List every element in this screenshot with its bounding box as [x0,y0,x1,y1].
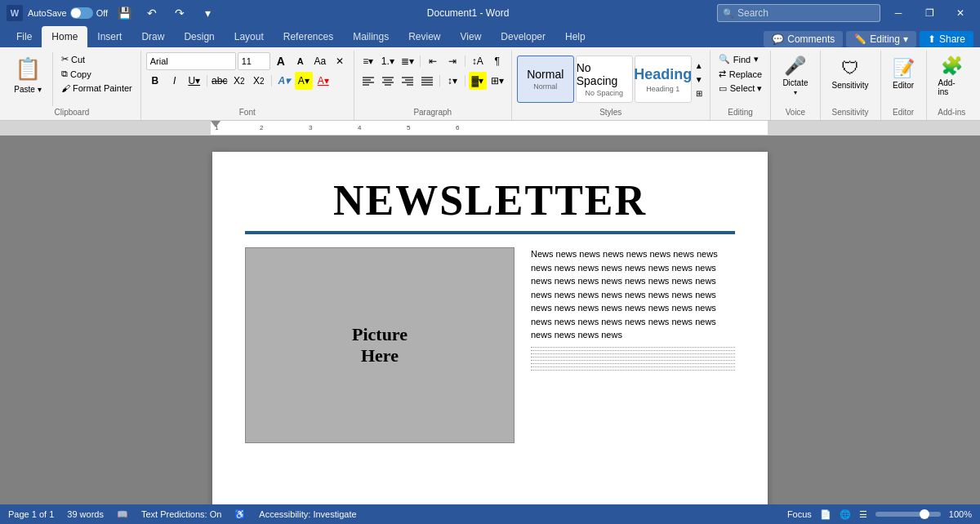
tab-references[interactable]: References [274,26,343,47]
ruler-content[interactable]: 1 2 3 4 5 6 [211,121,768,135]
font-color-button[interactable]: A▾ [314,72,332,90]
font-shrink-button[interactable]: A [292,52,310,70]
restore-button[interactable]: ❐ [916,0,942,26]
font-grow-button[interactable]: A [272,52,290,70]
minimize-button[interactable]: ─ [885,0,911,26]
zoom-bar[interactable] [875,512,941,517]
cut-button[interactable]: ✂ Cut [58,52,136,66]
font-case-button[interactable]: Aa [311,52,329,70]
tab-review[interactable]: Review [399,26,450,47]
editing-button[interactable]: ✏️ Editing ▾ [846,31,916,47]
styles-expand[interactable]: ⊞ [693,87,705,100]
increase-indent-button[interactable]: ⇥ [443,52,461,70]
view-print-icon[interactable]: 📄 [820,509,831,520]
para-sep-2 [465,56,466,67]
strikethrough-button[interactable]: abc [211,72,229,90]
search-input[interactable] [717,4,880,22]
redo-button[interactable]: ↷ [168,2,191,24]
tab-draw[interactable]: Draw [131,26,174,47]
font-row-2: B I U▾ abc X2 X2 A▾ A▾ A▾ [146,72,332,90]
focus-label[interactable]: Focus [787,509,812,519]
news-text-column[interactable]: News news news news news news news news … [531,247,735,443]
editing-label: Editing [715,106,766,118]
tab-insert[interactable]: Insert [87,26,131,47]
line-spacing-button[interactable]: ↕▾ [443,72,461,90]
font-size-input[interactable] [238,52,270,70]
view-web-icon[interactable]: 🌐 [840,509,851,520]
dictate-button[interactable]: 🎤 Dictate ▾ [776,52,814,100]
view-outline-icon[interactable]: ☰ [859,509,867,520]
sensitivity-button[interactable]: 🛡 Sensitivity [826,52,875,95]
zoom-level[interactable]: 100% [949,509,972,519]
style-normal[interactable]: Normal Normal [517,56,574,103]
shading-button[interactable]: ▓▾ [469,72,487,90]
find-button[interactable]: 🔍 Find ▾ [715,52,762,66]
editor-button[interactable]: 📝 Editor [886,52,921,95]
show-marks-button[interactable]: ¶ [488,52,506,70]
zoom-thumb[interactable] [920,509,929,519]
dotted-line-5 [531,360,735,361]
text-predictions-label[interactable]: Text Predictions: On [141,509,221,519]
accessibility-label[interactable]: Accessibility: Investigate [259,509,356,519]
text-effects-button[interactable]: A▾ [275,72,293,90]
style-heading1[interactable]: Heading Heading 1 [635,56,692,103]
decrease-indent-button[interactable]: ⇤ [424,52,442,70]
document-area[interactable]: NEWSLETTER Picture Here News news news n… [0,135,980,504]
superscript-button[interactable]: X2 [250,72,268,90]
styles-scroll-up[interactable]: ▲ [693,59,705,72]
news-text[interactable]: News news news news news news news news … [531,247,735,342]
ribbon-tabs: File Home Insert Draw Design Layout Refe… [0,26,980,47]
underline-button[interactable]: U▾ [185,72,203,90]
sort-button[interactable]: ↕A [469,52,487,70]
style-no-spacing[interactable]: No Spacing No Spacing [576,56,633,103]
newsletter-title[interactable]: NEWSLETTER [245,176,735,224]
title-bar-right: 🔍 ─ ❐ ✕ [717,0,973,26]
format-painter-button[interactable]: 🖌 Format Painter [58,82,136,95]
italic-button[interactable]: I [166,72,184,90]
tab-design[interactable]: Design [174,26,224,47]
subscript-button[interactable]: X2 [230,72,248,90]
replace-button[interactable]: ⇄ Replace [715,67,765,81]
copy-button[interactable]: ⧉ Copy [58,67,136,81]
align-justify-button[interactable] [418,72,436,90]
share-button[interactable]: ⬆ Share [920,31,973,47]
tab-layout[interactable]: Layout [225,26,274,47]
picture-placeholder[interactable]: Picture Here [245,247,514,443]
borders-button[interactable]: ⊞▾ [488,72,506,90]
customize-button[interactable]: ▾ [196,2,219,24]
bold-button[interactable]: B [146,72,164,90]
select-button[interactable]: ▭ Select ▾ [715,82,766,95]
tab-view[interactable]: View [451,26,492,47]
tab-help[interactable]: Help [555,26,595,47]
style-normal-preview: Normal [527,68,564,81]
highlight-button[interactable]: A▾ [295,72,313,90]
page-info[interactable]: Page 1 of 1 [8,509,54,519]
tab-mailings[interactable]: Mailings [343,26,399,47]
autosave-area[interactable]: AutoSave Off [28,7,108,19]
addins-button[interactable]: 🧩 Add-ins [932,52,972,100]
align-center-button[interactable] [379,72,397,90]
tab-developer[interactable]: Developer [491,26,555,47]
tab-file[interactable]: File [7,26,42,47]
document-page[interactable]: NEWSLETTER Picture Here News news news n… [212,152,768,504]
left-indent-marker[interactable] [211,121,220,127]
paste-button[interactable]: 📋 [8,52,47,85]
word-count[interactable]: 39 words [67,509,104,519]
paste-dropdown[interactable]: Paste ▾ [14,85,41,94]
font-name-input[interactable] [146,52,236,70]
styles-scroll-down[interactable]: ▼ [693,73,705,86]
align-right-button[interactable] [399,72,416,90]
save-button[interactable]: 💾 [113,2,136,24]
clear-format-button[interactable]: ✕ [331,52,349,70]
comments-button[interactable]: 💬 Comments [764,31,843,47]
autosave-toggle[interactable] [70,7,93,19]
close-button[interactable]: ✕ [947,0,973,26]
font-group: A A Aa ✕ B I U▾ abc X2 X2 A▾ A▾ A▾ Font [141,51,354,120]
bullets-button[interactable]: ≡▾ [359,52,377,70]
dotted-line-8 [531,370,735,371]
multilevel-button[interactable]: ≣▾ [399,52,416,70]
numbering-button[interactable]: 1.▾ [379,52,397,70]
align-left-button[interactable] [359,72,377,90]
tab-home[interactable]: Home [42,26,87,47]
undo-button[interactable]: ↶ [140,2,163,24]
